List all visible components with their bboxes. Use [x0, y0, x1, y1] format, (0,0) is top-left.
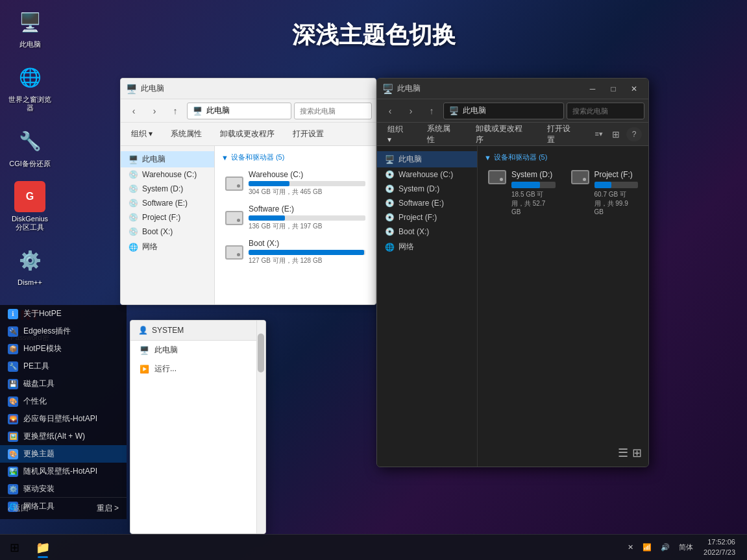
- sidebar-boot-icon: 💿: [129, 227, 138, 236]
- tray-item-network[interactable]: 📶: [640, 542, 654, 553]
- sidebar-item-network-dark[interactable]: 🌐 网络: [377, 239, 477, 255]
- ribbon-sysprops-dark[interactable]: 系统属性: [423, 122, 461, 147]
- desktop-icon-cgi[interactable]: 🔧 CGI备份还原: [6, 126, 53, 168]
- left-sidebar-item-about[interactable]: ℹ 关于HotPE: [0, 305, 127, 323]
- drive-item-project-dark[interactable]: Project (F:) 60.7 GB 可用，共 99.9 GB: [567, 167, 643, 218]
- sidebar-item-thispc-dark[interactable]: 🖥️ 此电脑: [377, 151, 477, 167]
- restart-button[interactable]: 重启 >: [97, 503, 119, 514]
- left-sidebar-item-bing[interactable]: 🌄 必应每日壁纸-HotAPI: [0, 410, 127, 428]
- forward-button-light[interactable]: ›: [145, 102, 164, 120]
- view-btn-dark[interactable]: ≡▾: [593, 127, 606, 141]
- start-menu-item-run[interactable]: ▶️ 运行...: [130, 359, 265, 378]
- randwallpaper-icon: 🏞️: [8, 467, 18, 477]
- sidebar-item-system-dark[interactable]: 💿 System (D:): [377, 182, 477, 196]
- minimize-button-dark[interactable]: ─: [583, 82, 602, 96]
- sidebar-item-software-light[interactable]: 💿 Software (E:): [121, 196, 214, 210]
- left-sidebar-item-randwallpaper[interactable]: 🏞️ 随机风景壁纸-HotAPI: [0, 463, 127, 480]
- ribbon-organize-dark[interactable]: 组织 ▾: [384, 123, 413, 145]
- back-button[interactable]: ‹ 返回: [8, 503, 29, 514]
- tray-item-volume[interactable]: 🔊: [658, 542, 672, 553]
- drive-hdd-icon-system-dark: [488, 170, 506, 184]
- ribbon-sysprops-light[interactable]: 系统属性: [167, 127, 206, 141]
- left-sidebar-item-disktool[interactable]: 💾 磁盘工具: [0, 375, 127, 393]
- left-sidebar-item-driverinstall[interactable]: ⚙️ 驱动安装: [0, 480, 127, 498]
- left-sidebar-item-changewallpaper[interactable]: 🖼️ 更换壁纸(Alt + W): [0, 428, 127, 445]
- left-sidebar-item-petool[interactable]: 🔧 PE工具: [0, 358, 127, 375]
- drive-item-boot-light[interactable]: Boot (X:) 127 GB 可用，共 128 GB: [221, 236, 369, 268]
- sidebar-item-warehouse-dark[interactable]: 💿 Warehouse (C:): [377, 167, 477, 182]
- ribbon-uninstall-dark[interactable]: 卸载或更改程序: [472, 122, 533, 147]
- drive-name-system-dark: System (D:): [511, 170, 556, 179]
- drive-space-system-dark: 18.5 GB 可用，共 52.7 GB: [511, 190, 556, 215]
- sidebar-item-warehouse-light[interactable]: 💿 Warehouse (C:): [121, 167, 214, 182]
- taskbar-item-explorer[interactable]: 📁: [29, 536, 57, 559]
- sidebar-system-icon-dark: 💿: [385, 184, 395, 193]
- sidebar-item-boot-light[interactable]: 💿 Boot (X:): [121, 225, 214, 239]
- sidebar-thispc-icon: 🖥️: [129, 155, 138, 164]
- desktop-icon-diskgenius[interactable]: G DiskGenius分区工具: [6, 181, 53, 232]
- drive-item-software-light[interactable]: Software (E:) 136 GB 可用，共 197 GB: [221, 202, 369, 234]
- browser-label: 世界之窗浏览器: [6, 95, 53, 112]
- sidebar-item-thispc-light[interactable]: 🖥️ 此电脑: [121, 151, 214, 167]
- address-bar-light[interactable]: 🖥️ 此电脑: [187, 103, 291, 119]
- bing-icon: 🌄: [8, 414, 18, 424]
- taskbar-clock[interactable]: 17:52:06 2022/7/23: [700, 537, 739, 557]
- start-thispc-label: 此电脑: [154, 345, 178, 356]
- driverinstall-label: 驱动安装: [23, 483, 55, 494]
- tray-item-x[interactable]: ✕: [625, 542, 636, 553]
- sidebar-system-label-dark: System (D:): [398, 184, 439, 193]
- drive-item-warehouse-light[interactable]: Warehouse (C:) 304 GB 可用，共 465 GB: [221, 167, 369, 199]
- desktop-icon-browser[interactable]: 🌐 世界之窗浏览器: [6, 62, 53, 112]
- icon-view-icon[interactable]: ⊞: [632, 446, 642, 460]
- sidebar-thispc-icon-dark: 🖥️: [385, 155, 395, 164]
- sidebar-item-project-light[interactable]: 💿 Project (F:): [121, 210, 214, 225]
- address-pc-icon-dark: 🖥️: [449, 106, 459, 116]
- close-button-dark[interactable]: ✕: [625, 82, 643, 96]
- search-input-light[interactable]: [294, 103, 372, 119]
- scrollbar-thumb[interactable]: [258, 334, 264, 372]
- maximize-button-dark[interactable]: □: [604, 82, 622, 96]
- sidebar-item-software-dark[interactable]: 💿 Software (E:): [377, 196, 477, 210]
- back-button-light[interactable]: ‹: [125, 102, 143, 120]
- up-button-dark[interactable]: ↑: [422, 102, 441, 120]
- drive-item-system-dark[interactable]: System (D:) 18.5 GB 可用，共 52.7 GB: [484, 167, 559, 218]
- pane-btn-dark[interactable]: ⊞: [608, 127, 624, 141]
- explorer-dark-toolbar: ‹ › ↑ 🖥️ 此电脑: [377, 99, 648, 123]
- left-sidebar-item-hotpe[interactable]: 📦 HotPE模块: [0, 340, 127, 358]
- sidebar-item-project-dark[interactable]: 💿 Project (F:): [377, 210, 477, 225]
- explorer-light-titlebar: 🖥️ 此电脑: [121, 79, 376, 99]
- toolbar-icons-dark: ≡▾ ⊞ ?: [593, 127, 642, 141]
- hotpe-label: HotPE模块: [23, 343, 62, 354]
- help-btn-dark[interactable]: ?: [626, 127, 642, 141]
- sidebar-item-system-light[interactable]: 💿 System (D:): [121, 182, 214, 196]
- search-input-dark[interactable]: [567, 103, 644, 119]
- sidebar-boot-icon-dark: 💿: [385, 227, 395, 236]
- start-button[interactable]: ⊞: [3, 536, 26, 559]
- scrollbar-track: [256, 321, 265, 533]
- left-sidebar-item-changetheme[interactable]: 🎨 更换主题: [0, 445, 127, 463]
- back-button-dark[interactable]: ‹: [381, 102, 399, 120]
- sidebar-item-boot-dark[interactable]: 💿 Boot (X:): [377, 225, 477, 239]
- thispc-label: 此电脑: [19, 40, 41, 49]
- up-button-light[interactable]: ↑: [166, 102, 184, 120]
- desktop-icon-thispc[interactable]: 🖥️ 此电脑: [6, 6, 53, 49]
- start-menu-item-thispc[interactable]: 🖥️ 此电脑: [130, 341, 265, 359]
- ribbon-opensettings-light[interactable]: 打开设置: [289, 127, 328, 141]
- desktop-icon-dism[interactable]: ⚙️ Dism++: [6, 245, 53, 287]
- start-run-label: 运行...: [154, 363, 177, 374]
- forward-button-dark[interactable]: ›: [402, 102, 420, 120]
- title-bar-controls-dark: ─ □ ✕: [583, 82, 643, 96]
- clock-date: 2022/7/23: [704, 548, 735, 557]
- details-view-icon[interactable]: ☰: [618, 446, 628, 460]
- sidebar-item-network-light[interactable]: 🌐 网络: [121, 239, 214, 255]
- ribbon-uninstall-light[interactable]: 卸载或更改程序: [216, 127, 278, 141]
- address-bar-dark[interactable]: 🖥️ 此电脑: [443, 103, 564, 119]
- tray-item-ime[interactable]: 简体: [676, 541, 696, 554]
- drive-bar-system: [511, 182, 540, 188]
- ribbon-opensettings-dark[interactable]: 打开设置: [543, 122, 582, 147]
- left-sidebar-item-edgeless[interactable]: 🔌 Edgeless插件: [0, 323, 127, 340]
- ribbon-organize-light[interactable]: 组织 ▾: [127, 127, 156, 141]
- changewallpaper-icon: 🖼️: [8, 432, 18, 442]
- drive-name-boot-light: Boot (X:): [249, 239, 365, 248]
- left-sidebar-item-personalize[interactable]: 🎨 个性化: [0, 393, 127, 410]
